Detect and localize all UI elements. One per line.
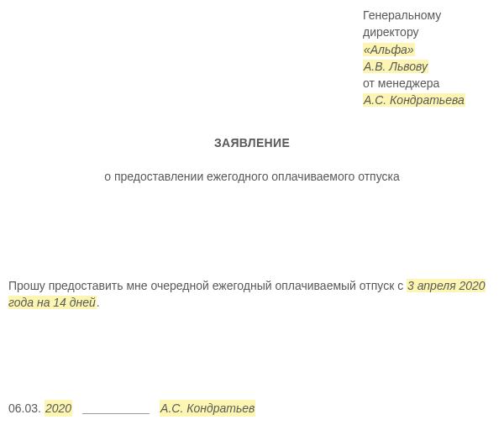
body-paragraph: Прошу предоставить мне очередной ежегодн… [8, 277, 496, 312]
to-title: Генеральному директору [363, 7, 497, 41]
footer-line: 06.03.2020 А.С. Кондратьев [8, 400, 255, 417]
document-subtitle: о предоставлении ежегодного оплачиваемог… [0, 168, 504, 185]
company-name: «Альфа» [363, 43, 415, 56]
body-prefix: Прошу предоставить мне очередной ежегодн… [8, 279, 407, 292]
from-person: А.С. Кондратьева [363, 93, 465, 107]
document-title: ЗАЯВЛЕНИЕ [0, 134, 504, 151]
body-suffix: . [97, 296, 100, 309]
from-title: от менеджера [363, 75, 497, 92]
to-person: А.В. Львову [363, 60, 428, 73]
addressee-block: Генеральному директору «Альфа» А.В. Льво… [363, 7, 497, 109]
signature-name: А.С. Кондратьев [160, 400, 255, 417]
date-year: 2020 [45, 400, 72, 417]
signature-line [82, 413, 150, 414]
document-page: Генеральному директору «Альфа» А.В. Льво… [0, 0, 504, 425]
date-prefix: 06.03. [8, 400, 41, 417]
